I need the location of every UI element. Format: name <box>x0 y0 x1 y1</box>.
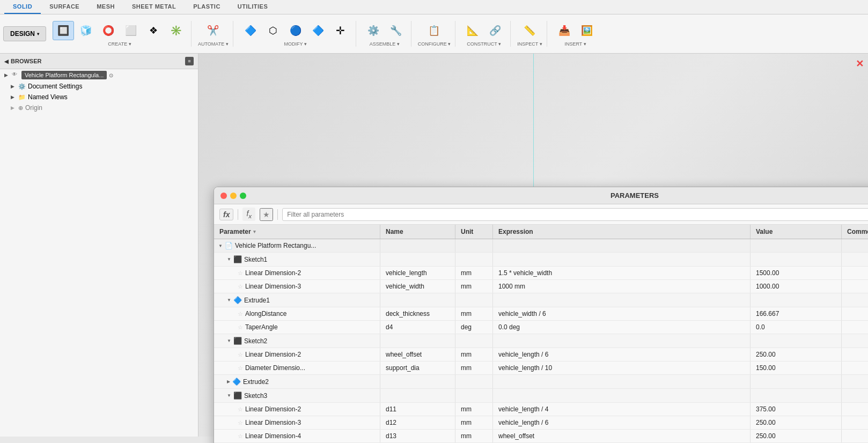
table-row[interactable]: ☆ Linear Dimension-3 d12 mm vehicle_leng… <box>214 416 868 430</box>
header-parameter: Parameter ▾ <box>214 225 380 239</box>
automate-group-label[interactable]: AUTOMATE ▾ <box>198 41 229 47</box>
row-param: Linear Dimension-3 <box>245 283 301 290</box>
table-row[interactable]: ☆ Linear Dimension-3 vehicle_width mm 10… <box>214 280 868 293</box>
browser-document-settings[interactable]: ▶ ⚙️ Document Settings <box>0 81 198 92</box>
browser-collapse-icon[interactable]: ◀ <box>4 58 9 64</box>
row-favorite-icon[interactable]: ☆ <box>238 419 243 426</box>
table-subgroup-row[interactable]: ▼ ⬛ Sketch2 <box>214 334 868 348</box>
hole-btn[interactable]: ⬜ <box>120 21 142 40</box>
header-value: Value <box>751 225 842 239</box>
assemble-group-label[interactable]: ASSEMBLE ▾ <box>370 41 400 47</box>
row-favorite-icon[interactable]: ☆ <box>238 351 243 358</box>
subgroup-expand-icon[interactable]: ▼ <box>227 338 231 343</box>
insert-btn[interactable]: 📥 <box>554 21 575 40</box>
extrude-btn[interactable]: 🧊 <box>75 21 97 40</box>
measure-btn[interactable]: 📏 <box>519 21 540 40</box>
insert2-btn[interactable]: 🖼️ <box>576 21 598 40</box>
browser-origin[interactable]: ▶ ⊕ Origin <box>0 102 198 113</box>
new-component-btn[interactable]: 🔲 <box>53 21 74 40</box>
row-name: d11 <box>386 405 396 413</box>
browser-named-views[interactable]: ▶ 📁 Named Views <box>0 92 198 102</box>
push-pull-btn[interactable]: 🔷 <box>240 21 261 40</box>
plane-btn[interactable]: 📐 <box>462 21 483 40</box>
origin-expand-icon[interactable]: ▶ <box>11 105 18 110</box>
dialog-close-button[interactable] <box>220 193 227 199</box>
fillet-btn[interactable]: ⬡ <box>262 21 284 40</box>
fx2-button[interactable]: fx <box>242 208 255 221</box>
table-group-row[interactable]: ▼ 📄 Vehicle Platform Rectangu... <box>214 239 868 253</box>
tab-surface[interactable]: SURFACE <box>41 0 88 14</box>
params-table-container: Parameter ▾ Name Unit Expression Value C… <box>214 225 868 443</box>
mirror-btn[interactable]: ✳️ <box>165 21 187 40</box>
tab-utilities[interactable]: UTILITIES <box>229 0 276 14</box>
row-expression: vehicle_width / 6 <box>498 310 546 318</box>
table-row[interactable]: ☆ Diameter Dimensio... support_dia mm ve… <box>214 361 868 375</box>
assemble-btn2[interactable]: 🔧 <box>385 21 407 40</box>
doc-settings-expand-icon[interactable]: ▶ <box>11 84 18 89</box>
table-row[interactable]: ☆ TaperAngle d4 deg 0.0 deg 0.0 <box>214 321 868 334</box>
row-favorite-icon[interactable]: ☆ <box>238 283 243 290</box>
pattern-btn[interactable]: ❖ <box>143 21 164 40</box>
row-value: 250.00 <box>756 419 776 426</box>
modify-group-label[interactable]: MODIFY ▾ <box>284 41 307 47</box>
subgroup-expand-icon[interactable]: ▼ <box>227 393 231 398</box>
tab-sheet_metal[interactable]: SHEET METAL <box>123 0 185 14</box>
table-row[interactable]: ☆ Linear Dimension-2 vehicle_length mm 1… <box>214 267 868 280</box>
group-doc-icon: 📄 <box>225 242 233 249</box>
row-favorite-icon[interactable]: ☆ <box>238 365 243 372</box>
document-name: Vehicle Platform Rectangula... <box>21 71 107 79</box>
dialog-minimize-button[interactable] <box>230 193 237 199</box>
table-row[interactable]: ☆ Linear Dimension-4 d13 mm wheel_offset… <box>214 430 868 443</box>
close-icon[interactable]: ✕ <box>856 58 864 70</box>
row-value: 250.00 <box>756 351 776 358</box>
browser-settings-button[interactable]: ≡ <box>185 57 194 65</box>
table-row[interactable]: ☆ AlongDistance deck_thickness mm vehicl… <box>214 307 868 321</box>
revolve-btn[interactable]: ⭕ <box>98 21 119 40</box>
row-unit: mm <box>461 283 472 290</box>
row-favorite-icon[interactable]: ☆ <box>238 270 243 277</box>
create-group-label[interactable]: CREATE ▾ <box>108 41 131 47</box>
table-subgroup-row[interactable]: ▼ ⬛ Sketch3 <box>214 389 868 403</box>
table-subgroup-row[interactable]: ▶ 🔷 Extrude2 <box>214 375 868 389</box>
named-views-expand-icon[interactable]: ▶ <box>11 94 18 100</box>
axis-btn[interactable]: 🔗 <box>484 21 506 40</box>
insert-group-label[interactable]: INSERT ▾ <box>564 41 586 47</box>
subgroup-expand-icon[interactable]: ▼ <box>227 257 231 262</box>
tab-solid[interactable]: SOLID <box>4 0 41 14</box>
inspect-group-label[interactable]: INSPECT ▾ <box>517 41 542 47</box>
row-favorite-icon[interactable]: ☆ <box>238 433 243 440</box>
row-favorite-icon[interactable]: ☆ <box>238 406 243 413</box>
filter-input[interactable] <box>282 208 868 221</box>
automate-btn[interactable]: ✂️ <box>202 21 224 40</box>
subgroup-expand-icon[interactable]: ▼ <box>227 298 231 302</box>
row-favorite-icon[interactable]: ☆ <box>238 311 243 318</box>
table-row[interactable]: ☆ Linear Dimension-2 d11 mm vehicle_leng… <box>214 403 868 416</box>
origin-label: Origin <box>25 104 42 112</box>
shell-btn[interactable]: 🔷 <box>307 21 329 40</box>
document-target-icon[interactable]: ⊙ <box>109 72 113 78</box>
design-button[interactable]: DESIGN ▾ <box>3 26 46 41</box>
joint-btn[interactable]: ⚙️ <box>363 21 384 40</box>
move-btn[interactable]: ✛ <box>330 21 351 40</box>
chamfer-btn[interactable]: 🔵 <box>285 21 306 40</box>
subgroup-expand-icon[interactable]: ▶ <box>227 379 230 384</box>
browser-document-item[interactable]: ▶ 👁 Vehicle Platform Rectangula... ⊙ <box>0 69 198 81</box>
subgroup-icon: ⬛ <box>233 255 242 263</box>
document-visibility-icon[interactable]: 👁 <box>12 71 20 79</box>
table-row[interactable]: ☆ Linear Dimension-2 wheel_offset mm veh… <box>214 348 868 361</box>
table-subgroup-row[interactable]: ▼ ⬛ Sketch1 <box>214 253 868 267</box>
row-unit: deg <box>461 323 472 331</box>
configure-group-label[interactable]: CONFIGURE ▾ <box>418 41 451 47</box>
document-expand-icon[interactable]: ▶ <box>4 72 12 78</box>
favorite-button[interactable]: ★ <box>260 208 273 221</box>
dialog-maximize-button[interactable] <box>240 193 246 199</box>
tab-plastic[interactable]: PLASTIC <box>185 0 229 14</box>
group-expand-icon[interactable]: ▼ <box>218 243 223 248</box>
fx-button[interactable]: fx <box>219 209 233 220</box>
construct-group-label[interactable]: CONSTRUCT ▾ <box>467 41 501 47</box>
table-subgroup-row[interactable]: ▼ 🔷 Extrude1 <box>214 293 868 307</box>
row-favorite-icon[interactable]: ☆ <box>238 324 243 331</box>
configure-btn[interactable]: 📋 <box>423 21 445 40</box>
tab-mesh[interactable]: MESH <box>88 0 123 14</box>
params-table[interactable]: Parameter ▾ Name Unit Expression Value C… <box>214 225 868 443</box>
